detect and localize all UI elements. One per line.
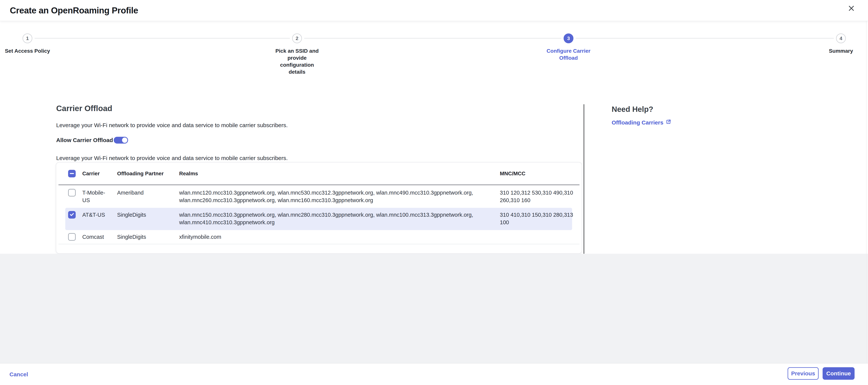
content-divider — [584, 104, 584, 254]
step-2-pick-ssid[interactable]: 2 Pick an SSID and provide configuration… — [273, 33, 321, 75]
continue-button[interactable]: Continue — [823, 367, 855, 380]
column-header-carrier: Carrier — [82, 171, 117, 177]
column-header-offloading-partner: Offloading Partner — [117, 171, 179, 177]
offload-description: Leverage your Wi-Fi network to provide v… — [56, 155, 288, 161]
carrier-table-card: Carrier Offloading Partner Realms MNC/MC… — [56, 162, 582, 254]
scrollbar-track[interactable] — [866, 0, 867, 385]
table-row-divider — [58, 244, 580, 244]
step-3-label: Configure Carrier Offload — [544, 47, 593, 61]
stepper-connector — [304, 38, 561, 39]
table-row[interactable]: T-Mobile- US Ameriband wlan.mnc120.mcc31… — [65, 185, 572, 207]
table-row-selected[interactable]: AT&T-US SingleDigits wlan.mnc150.mcc310.… — [65, 208, 572, 230]
offloading-carriers-link-label: Offloading Carriers — [612, 119, 663, 126]
previous-button[interactable]: Previous — [787, 367, 818, 380]
row-checkbox[interactable] — [68, 189, 76, 197]
step-3-circle: 3 — [564, 33, 574, 43]
select-all-checkbox[interactable] — [68, 170, 76, 177]
table-header-row: Carrier Offloading Partner Realms MNC/MC… — [65, 163, 572, 184]
section-title: Carrier Offload — [56, 104, 112, 113]
stepper-connector — [576, 38, 834, 39]
content-background — [0, 254, 868, 363]
row-checkbox[interactable] — [68, 233, 76, 241]
offloading-carriers-link[interactable]: Offloading Carriers — [612, 119, 671, 126]
step-3-configure-carrier-offload[interactable]: 3 Configure Carrier Offload — [544, 33, 593, 61]
table-row[interactable]: Comcast SingleDigits xfinitymobile.com — [65, 230, 572, 244]
section-description: Leverage your Wi-Fi network to provide v… — [56, 122, 288, 129]
step-1-set-access-policy[interactable]: 1 Set Access Policy — [3, 33, 52, 55]
indeterminate-icon — [70, 173, 74, 174]
carrier-cell: T-Mobile- US — [82, 189, 117, 204]
dialog-footer: Cancel Previous Continue — [0, 363, 868, 385]
stepper-connector — [35, 38, 290, 39]
external-link-icon — [665, 119, 671, 126]
carrier-cell: Comcast — [82, 233, 117, 241]
step-4-summary[interactable]: 4 Summary — [816, 33, 866, 55]
step-4-label: Summary — [816, 47, 866, 55]
mnc-mcc-cell: 310 410,310 150,310 280,313 100 — [500, 211, 579, 226]
allow-carrier-offload-label: Allow Carrier Offload — [56, 137, 113, 143]
realms-cell: xfinitymobile.com — [179, 233, 500, 241]
close-icon — [848, 5, 855, 13]
column-header-realms: Realms — [179, 171, 500, 177]
mnc-mcc-cell: 310 120,312 530,310 490,310 260,310 160 — [500, 189, 579, 204]
cancel-button[interactable]: Cancel — [9, 363, 28, 385]
step-2-label: Pick an SSID and provide configuration d… — [273, 47, 321, 75]
check-icon — [69, 212, 75, 218]
dialog-title: Create an OpenRoaming Profile — [10, 5, 138, 15]
realms-cell: wlan.mnc120.mcc310.3gppnetwork.org, wlan… — [179, 189, 500, 204]
column-header-mnc-mcc: MNC/MCC — [500, 171, 579, 177]
partner-cell: SingleDigits — [117, 211, 179, 218]
close-button[interactable] — [846, 3, 857, 14]
step-2-circle: 2 — [292, 33, 302, 43]
step-1-circle: 1 — [23, 33, 32, 43]
carrier-cell: AT&T-US — [82, 211, 117, 218]
row-checkbox[interactable] — [68, 211, 76, 218]
step-4-circle: 4 — [836, 33, 846, 43]
realms-cell: wlan.mnc150.mcc310.3gppnetwork.org, wlan… — [179, 211, 500, 226]
toggle-knob — [122, 138, 127, 143]
allow-carrier-offload-row: Allow Carrier Offload — [56, 137, 128, 144]
allow-carrier-offload-toggle[interactable] — [114, 137, 128, 144]
partner-cell: SingleDigits — [117, 233, 179, 241]
dialog-header: Create an OpenRoaming Profile — [0, 0, 868, 21]
step-1-label: Set Access Policy — [3, 47, 52, 55]
need-help-title: Need Help? — [612, 105, 653, 113]
partner-cell: Ameriband — [117, 189, 179, 197]
create-openroaming-profile-dialog: Create an OpenRoaming Profile 1 Set Acce… — [0, 0, 868, 385]
